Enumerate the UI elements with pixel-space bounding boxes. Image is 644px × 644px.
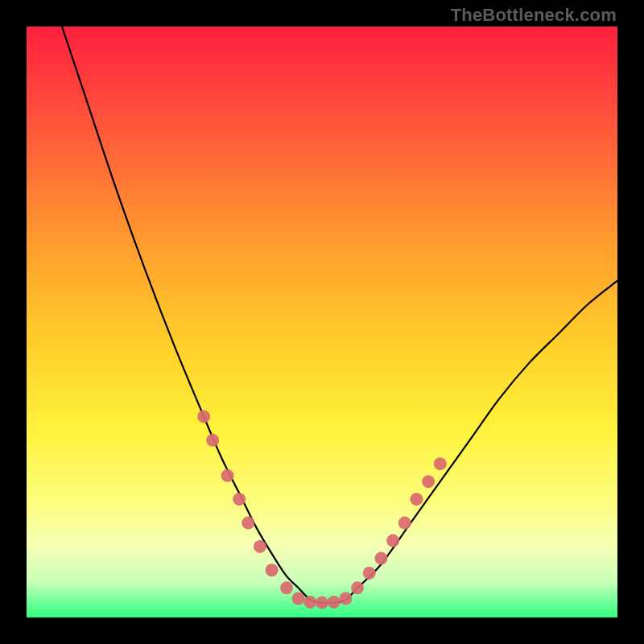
curve-layer <box>27 27 617 617</box>
highlight-dot <box>303 596 316 609</box>
highlight-dot <box>434 457 447 470</box>
highlight-dot <box>328 596 341 609</box>
highlight-dot <box>374 552 387 565</box>
highlight-dots-group <box>197 410 447 609</box>
highlight-dot <box>221 469 234 482</box>
highlight-dot <box>422 475 435 488</box>
highlight-dot <box>197 410 210 423</box>
highlight-dot <box>233 493 246 506</box>
highlight-dot <box>386 535 399 547</box>
highlight-dot <box>292 592 305 605</box>
highlight-dot <box>351 581 364 594</box>
bottleneck-curve <box>62 27 617 603</box>
highlight-dot <box>410 493 423 506</box>
highlight-dot <box>206 434 219 447</box>
highlight-dot <box>339 592 352 605</box>
highlight-dot <box>280 581 293 594</box>
plot-area <box>27 27 617 617</box>
watermark-text: TheBottleneck.com <box>451 5 617 26</box>
highlight-dot <box>316 597 328 609</box>
highlight-dot <box>266 564 279 576</box>
highlight-dot <box>398 517 411 530</box>
highlight-dot <box>363 567 376 580</box>
highlight-dot <box>242 517 254 530</box>
highlight-dot <box>254 540 266 553</box>
chart-canvas: TheBottleneck.com <box>0 0 644 644</box>
